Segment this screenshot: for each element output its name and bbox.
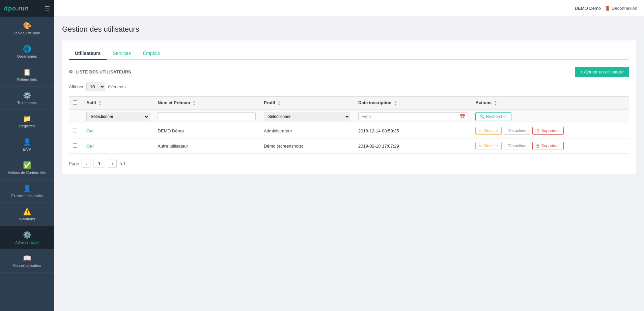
elements-label: éléments [108,84,126,89]
table-row: Oui DEMO Démo Administrateur 2018-12-14 … [69,123,629,138]
page-title: Gestion des utilisateurs [62,25,636,34]
sidebar-item-violations[interactable]: ⚠️ Violations [0,203,54,226]
edit-button-1[interactable]: ✏ Modifier [475,142,502,150]
sidebar-item-exercice-droits[interactable]: 👤 Exercice des droits [0,180,54,203]
cell-profil-0: Administrateur [260,123,354,138]
next-page-button[interactable]: › [108,159,117,168]
filter-date[interactable] [358,112,467,121]
sidebar-item-label: Registres [19,124,35,128]
filter-actif[interactable]: Sélectionner Oui Non [86,112,149,121]
eivp-icon: 👤 [23,138,31,146]
sidebar-item-organismes[interactable]: 🌐 Organismes [0,40,54,63]
afficher-label: Afficher [69,84,84,89]
hamburger-icon[interactable]: ☰ [45,5,50,12]
deactivate-button-0[interactable]: Désactiver [504,127,530,135]
cell-date-0: 2018-12-14 08:59:35 [354,123,471,138]
sidebar-item-label: Traitements [17,101,37,105]
actions-conformites-icon: ✅ [23,161,31,169]
cell-date-1: 2019-02-18 17:07:29 [354,138,471,154]
organismes-icon: 🌐 [23,45,31,53]
logo-text: dpo.run [4,5,29,12]
search-button[interactable]: 🔍 Rechercher [475,112,511,121]
table-filter-row: Sélectionner Oui Non Sélectionner [69,110,629,124]
users-table: Actif ▲▼ Nom et Prénom ▲▼ Profil ▲▼ [69,96,629,154]
add-user-button[interactable]: + Ajouter un utilisateur [575,67,629,77]
page-label: Page [69,161,79,166]
action-buttons-1: ✏ Modifier Désactiver 🗑 Supprimer [475,142,625,150]
sidebar: dpo.run ☰ 🎨 Tableau de bord 🌐 Organismes… [0,0,54,311]
pagination: Page ‹ › à 1 [69,159,629,168]
main-area: DEMO Démo 🚪 Déconnexion Gestion des util… [54,0,644,311]
col-profil: Profil ▲▼ [260,97,354,110]
filter-nom[interactable] [158,112,256,121]
logout-icon: 🚪 [605,6,610,11]
sidebar-item-label: Violations [19,217,35,221]
sidebar-item-traitements[interactable]: ⚙️ Traitements [0,87,54,110]
sidebar-item-eivp[interactable]: 👤 EIVP [0,133,54,156]
sidebar-item-administration[interactable]: ⚙️ Administration [0,226,54,249]
cell-nom-0: DEMO Démo [153,123,260,138]
filter-profil[interactable]: Sélectionner Administrateur Démo (screen… [264,112,350,121]
content-area: Gestion des utilisateurs Utilisateurs Se… [54,17,644,311]
manuel-icon: 📖 [23,254,31,262]
prev-page-button[interactable]: ‹ [82,159,90,168]
topbar-logout[interactable]: 🚪 Déconnexion [605,6,637,11]
table-header-row: Actif ▲▼ Nom et Prénom ▲▼ Profil ▲▼ [69,97,629,110]
col-actions: Actions ▲▼ [471,97,629,110]
sidebar-item-label: Organismes [17,54,37,58]
dashboard-icon: 🎨 [23,22,31,30]
main-card: Utilisateurs Services Emplois ⚙ LISTE DE… [62,40,636,175]
tab-bar: Utilisateurs Services Emplois [69,47,629,60]
row-checkbox-1[interactable] [73,143,77,148]
sidebar-item-referentiels[interactable]: 📋 Référentiels [0,63,54,87]
col-actif: Actif ▲▼ [82,97,153,110]
sidebar-item-manuel-utilisateur[interactable]: 📖 Manuel utilisateur [0,249,54,273]
cell-actions-1: ✏ Modifier Désactiver 🗑 Supprimer [471,138,629,154]
table-row: Oui Autre utilisateur Démo (screenshots)… [69,138,629,154]
entries-select[interactable]: 10 25 50 100 [86,83,105,91]
sidebar-item-registres[interactable]: 📁 Registres [0,110,54,133]
sidebar-item-actions-conformites[interactable]: ✅ Actions de Conformités [0,156,54,180]
cell-actif-0: Oui [82,123,153,138]
sidebar-item-label: Exercice des droits [11,194,43,198]
administration-icon: ⚙️ [23,231,31,239]
section-header: ⚙ LISTE DES UTILISATEURS + Ajouter un ut… [69,67,629,77]
registres-icon: 📁 [23,115,31,123]
page-input[interactable] [93,160,105,167]
topbar: DEMO Démo 🚪 Déconnexion [54,0,644,17]
logo-area: dpo.run ☰ [0,0,54,17]
edit-button-0[interactable]: ✏ Modifier [475,127,502,135]
cell-nom-1: Autre utilisateur [153,138,260,154]
sidebar-item-label: EIVP [23,147,31,151]
sidebar-item-label: Administration [15,240,39,244]
col-date-inscription: Date inscription ▲▼ [354,97,471,110]
sidebar-item-label: Actions de Conformités [8,170,46,175]
col-nom-prenom: Nom et Prénom ▲▼ [153,97,260,110]
sidebar-item-label: Manuel utilisateur [12,263,41,268]
sidebar-item-label: Référentiels [17,77,37,82]
exercice-droits-icon: 👤 [23,184,31,192]
violations-icon: ⚠️ [23,208,31,216]
cell-profil-1: Démo (screenshots) [260,138,354,154]
show-entries: Afficher 10 25 50 100 éléments [69,83,629,91]
sidebar-item-label: Tableau de bord [14,31,40,35]
tab-utilisateurs[interactable]: Utilisateurs [69,47,107,60]
action-buttons-0: ✏ Modifier Désactiver 🗑 Supprimer [475,127,625,135]
sidebar-item-tableau-de-bord[interactable]: 🎨 Tableau de bord [0,17,54,40]
deactivate-button-1[interactable]: Désactiver [504,142,530,150]
cell-actions-0: ✏ Modifier Désactiver 🗑 Supprimer [471,123,629,138]
select-all-checkbox[interactable] [73,100,77,105]
table-wrapper: Actif ▲▼ Nom et Prénom ▲▼ Profil ▲▼ [69,96,629,154]
tab-emplois[interactable]: Emplois [137,47,166,60]
referentiels-icon: 📋 [23,68,31,76]
delete-button-1[interactable]: 🗑 Supprimer [532,142,564,150]
traitements-icon: ⚙️ [23,91,31,99]
tab-services[interactable]: Services [107,47,137,60]
cell-actif-1: Oui [82,138,153,154]
topbar-username: DEMO Démo [575,6,601,11]
section-title: ⚙ LISTE DES UTILISATEURS [69,69,131,74]
delete-button-0[interactable]: 🗑 Supprimer [532,127,564,135]
table-body: Oui DEMO Démo Administrateur 2018-12-14 … [69,123,629,154]
row-checkbox-0[interactable] [73,128,77,132]
settings-icon: ⚙ [69,69,73,74]
